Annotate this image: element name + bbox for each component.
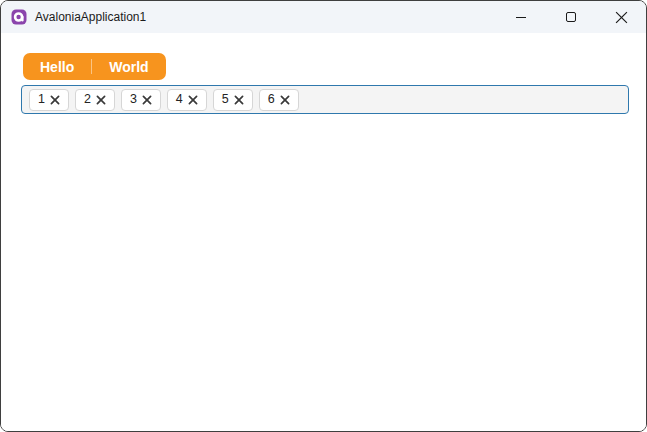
maximize-button[interactable] bbox=[546, 1, 596, 33]
chip-item: 5 bbox=[213, 89, 253, 111]
close-x-icon bbox=[234, 95, 244, 105]
window-minimize-icon bbox=[516, 17, 526, 18]
close-x-icon bbox=[96, 95, 106, 105]
close-x-icon bbox=[188, 95, 198, 105]
minimize-button[interactable] bbox=[496, 1, 546, 33]
chip-item: 6 bbox=[259, 89, 299, 111]
chip-item: 2 bbox=[75, 89, 115, 111]
app-window: AvaloniaApplication1 Hello World bbox=[0, 0, 647, 432]
avalonia-logo-icon bbox=[11, 9, 27, 25]
close-x-icon bbox=[50, 95, 60, 105]
window-title: AvaloniaApplication1 bbox=[35, 10, 146, 24]
caption-buttons bbox=[496, 1, 646, 33]
chip-remove-button[interactable] bbox=[50, 95, 60, 105]
chip-value: 3 bbox=[130, 93, 137, 106]
window-close-icon bbox=[615, 11, 628, 24]
chips-input-field[interactable]: 1 2 3 bbox=[21, 85, 629, 114]
chip-remove-button[interactable] bbox=[96, 95, 106, 105]
chip-value: 1 bbox=[38, 93, 45, 106]
chip-item: 3 bbox=[121, 89, 161, 111]
chip-remove-button[interactable] bbox=[280, 95, 290, 105]
chip-remove-button[interactable] bbox=[142, 95, 152, 105]
chip-remove-button[interactable] bbox=[234, 95, 244, 105]
close-x-icon bbox=[142, 95, 152, 105]
hello-world-button-group: Hello World bbox=[23, 53, 166, 80]
world-button[interactable]: World bbox=[92, 53, 165, 80]
hello-button[interactable]: Hello bbox=[23, 53, 91, 80]
chip-item: 4 bbox=[167, 89, 207, 111]
titlebar[interactable]: AvaloniaApplication1 bbox=[1, 1, 646, 33]
chip-remove-button[interactable] bbox=[188, 95, 198, 105]
chip-value: 6 bbox=[268, 93, 275, 106]
chip-value: 4 bbox=[176, 93, 183, 106]
chip-item: 1 bbox=[29, 89, 69, 111]
close-button[interactable] bbox=[596, 1, 646, 33]
content-area: Hello World 1 2 bbox=[1, 33, 646, 431]
close-x-icon bbox=[280, 95, 290, 105]
chip-value: 2 bbox=[84, 93, 91, 106]
chip-value: 5 bbox=[222, 93, 229, 106]
window-maximize-icon bbox=[566, 12, 576, 22]
